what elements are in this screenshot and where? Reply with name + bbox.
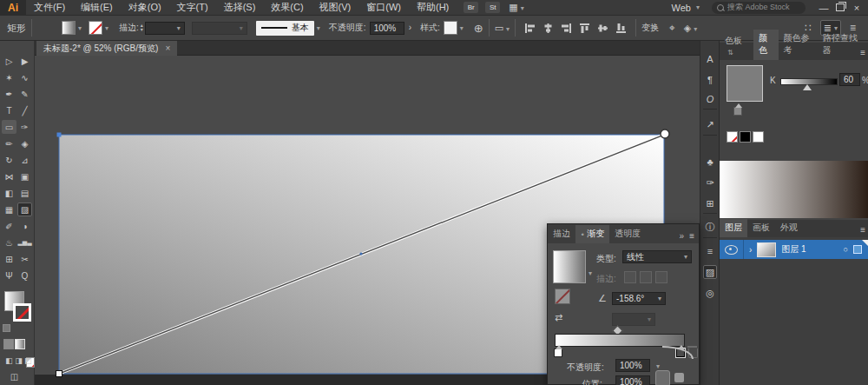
target-circle-icon[interactable]: ○: [844, 245, 848, 254]
layer-name[interactable]: 图层 1: [781, 243, 806, 256]
transparency-panel-icon[interactable]: ◎: [703, 286, 717, 300]
align-v-center-icon[interactable]: [597, 23, 608, 34]
k-value-input[interactable]: 60: [839, 73, 860, 86]
k-slider-thumb[interactable]: [803, 84, 812, 90]
menu-window[interactable]: 窗口(W): [358, 1, 409, 14]
stroke-color-swatch[interactable]: [89, 21, 102, 35]
align-right-icon[interactable]: [561, 23, 572, 34]
shape-options-icon[interactable]: ▭▾: [495, 23, 510, 33]
align-bottom-icon[interactable]: [615, 23, 627, 34]
pen-tool[interactable]: ✒: [2, 87, 16, 101]
fill-color-swatch[interactable]: [62, 21, 76, 35]
color-mode-button[interactable]: [3, 339, 14, 349]
selection-color-box[interactable]: [853, 245, 862, 254]
menu-select[interactable]: 选择(S): [216, 1, 264, 14]
app-logo[interactable]: Ai: [0, 0, 26, 16]
tab-close-icon[interactable]: ×: [165, 43, 170, 53]
gradient-panel-menu-icon[interactable]: ≡: [689, 232, 694, 241]
info-panel-icon[interactable]: ⓘ: [703, 220, 717, 234]
width-profile-select[interactable]: ▾: [192, 22, 247, 35]
minimize-button[interactable]: —: [816, 3, 832, 13]
layer-thumbnail[interactable]: [757, 242, 776, 257]
hand-tool[interactable]: Ψ: [2, 269, 16, 282]
direct-selection-tool[interactable]: ▶: [17, 54, 32, 68]
stroke-across-button[interactable]: [655, 271, 667, 283]
character-panel-icon[interactable]: A: [703, 52, 717, 66]
tab-color-guide[interactable]: 颜色参考: [779, 30, 818, 60]
menu-file[interactable]: 文件(F): [26, 1, 73, 14]
lasso-tool[interactable]: ∿: [17, 70, 32, 84]
zoom-tool[interactable]: Q: [17, 269, 32, 282]
transform-anchor-icon[interactable]: ⌖: [669, 23, 675, 33]
stop-swatch-button[interactable]: [674, 373, 684, 382]
search-input[interactable]: 搜索 Adobe Stock: [712, 2, 806, 14]
eyedropper-tool[interactable]: ✐: [2, 219, 16, 233]
menu-edit[interactable]: 编辑(E): [73, 1, 121, 14]
angle-input[interactable]: -158.6°▾: [612, 292, 666, 305]
gradient-tool[interactable]: ▨: [17, 202, 32, 216]
color-spectrum-ramp[interactable]: [720, 161, 868, 218]
chevron-down-icon[interactable]: ▾: [317, 24, 320, 32]
curvature-tool[interactable]: ✎: [17, 87, 32, 101]
aspect-ratio-select[interactable]: ▾: [612, 313, 655, 326]
graph-tool[interactable]: ▂▅▃: [17, 236, 32, 249]
stroke-style-select[interactable]: 基本: [256, 21, 314, 36]
opentype-panel-icon[interactable]: O: [703, 92, 717, 106]
reverse-gradient-icon[interactable]: ⇄: [555, 313, 562, 322]
globe-icon[interactable]: ⊕: [474, 23, 483, 34]
gradient-type-select[interactable]: 线性▾: [622, 250, 692, 263]
chevron-down-icon[interactable]: ▾: [78, 24, 82, 32]
symbol-sprayer-tool[interactable]: ♨: [2, 236, 16, 249]
tab-layers[interactable]: 图层: [720, 219, 747, 237]
chevron-down-icon[interactable]: ▾: [105, 24, 108, 32]
line-segment-tool[interactable]: ╱: [17, 103, 32, 117]
tab-color[interactable]: 颜色: [753, 30, 779, 60]
chevron-down-icon[interactable]: ▾: [460, 24, 464, 32]
white-swatch[interactable]: [753, 131, 764, 143]
selection-handle-top-left[interactable]: [57, 133, 62, 137]
gradient-panel-icon[interactable]: ▨: [703, 265, 717, 279]
style-swatch[interactable]: [444, 21, 457, 35]
arrange-documents-icon[interactable]: ▦▾: [509, 3, 523, 12]
color-panel-menu-icon[interactable]: ≡: [860, 49, 865, 60]
screen-mode-icon[interactable]: ◫: [7, 369, 22, 383]
opacity-more-button[interactable]: ›: [409, 23, 411, 32]
draw-inside-mode-icon[interactable]: ◩: [21, 354, 36, 368]
tab-stroke[interactable]: 描边: [548, 225, 575, 243]
shape-builder-tool[interactable]: ◧: [2, 186, 16, 200]
current-color-swatch[interactable]: [727, 65, 763, 102]
workspace-switcher[interactable]: Web ▾: [672, 3, 700, 13]
width-tool[interactable]: ⋈: [2, 169, 16, 183]
rectangle-tool[interactable]: ▭: [2, 120, 16, 134]
black-swatch[interactable]: [740, 131, 751, 143]
stroke-weight-stepper[interactable]: ▴▾: [141, 23, 143, 32]
visibility-eye-icon[interactable]: [725, 245, 738, 255]
libraries-panel-icon[interactable]: ⊞: [703, 196, 717, 210]
stop-opacity-select[interactable]: 100%: [615, 359, 650, 372]
blend-tool[interactable]: ◑: [17, 219, 32, 233]
align-options-icon[interactable]: ◈▾: [684, 23, 697, 33]
menu-object[interactable]: 对象(O): [121, 1, 169, 14]
menu-type[interactable]: 文字(T): [169, 1, 216, 14]
gradient-fill-swatch[interactable]: [553, 250, 586, 283]
layers-panel-menu-icon[interactable]: ≡: [860, 226, 865, 237]
stop-position-select[interactable]: 100%: [615, 375, 650, 385]
mesh-tool[interactable]: ▦: [2, 202, 16, 216]
slice-tool[interactable]: ✂: [17, 252, 32, 266]
stop-color-button[interactable]: [655, 370, 670, 385]
align-h-center-icon[interactable]: [542, 23, 554, 34]
gradient-stop-start[interactable]: [554, 348, 562, 357]
brushes-panel-icon[interactable]: ✑: [703, 176, 717, 189]
gradient-mode-button[interactable]: [15, 339, 25, 349]
close-button[interactable]: ×: [849, 3, 865, 13]
panel-overflow-icon[interactable]: »: [680, 231, 685, 243]
stroke-weight-select[interactable]: ▾: [145, 22, 185, 35]
chevron-down-icon[interactable]: ▾: [589, 269, 592, 277]
stock-button[interactable]: St: [485, 2, 500, 13]
paragraph-panel-icon[interactable]: ¶: [703, 73, 717, 87]
menu-view[interactable]: 视图(V): [312, 1, 359, 14]
shaper-tool[interactable]: ◈: [17, 136, 32, 150]
none-color-swatch[interactable]: [727, 131, 738, 143]
chevron-down-icon[interactable]: ▾: [656, 362, 660, 370]
transform-button[interactable]: 变换: [641, 22, 659, 34]
